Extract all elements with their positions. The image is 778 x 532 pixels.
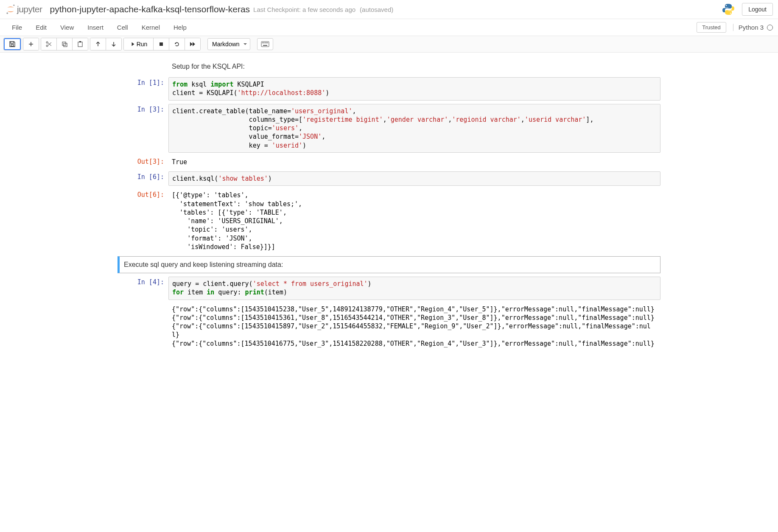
- save-icon: [9, 41, 16, 48]
- output-text: [{'@type': 'tables', 'statementText': 's…: [168, 189, 660, 253]
- code-cell[interactable]: In [4]: query = client.query('select * f…: [118, 277, 660, 300]
- autosaved-text: (autosaved): [360, 6, 393, 13]
- code-input[interactable]: from ksql import KSQLAPI client = KSQLAP…: [168, 77, 660, 101]
- run-icon: [130, 41, 135, 48]
- trusted-button[interactable]: Trusted: [697, 22, 726, 33]
- output-cell: {"row":{"columns":[1543510415238,"User_5…: [118, 303, 660, 350]
- restart-icon: [174, 41, 180, 48]
- code-input[interactable]: client.create_table(table_name='users_or…: [168, 104, 660, 153]
- menu-file[interactable]: File: [5, 20, 29, 34]
- svg-point-0: [13, 5, 14, 6]
- command-palette-button[interactable]: [257, 38, 273, 50]
- menu-view[interactable]: View: [53, 20, 81, 34]
- code-cell[interactable]: In [3]: client.create_table(table_name='…: [118, 104, 660, 153]
- svg-rect-10: [160, 42, 163, 46]
- code-cell[interactable]: In [1]: from ksql import KSQLAPI client …: [118, 77, 660, 101]
- notebook-title[interactable]: python-jupyter-apache-kafka-ksql-tensorf…: [50, 4, 250, 14]
- out-prompt: Out[3]:: [118, 156, 168, 168]
- svg-rect-12: [262, 42, 263, 43]
- in-prompt: In [4]:: [118, 277, 168, 300]
- stop-icon: [158, 41, 165, 48]
- markdown-text: Execute sql query and keep listening str…: [124, 261, 656, 269]
- jupyter-icon: [5, 4, 16, 15]
- save-button[interactable]: [4, 38, 21, 50]
- svg-rect-14: [265, 42, 266, 43]
- markdown-text: Setup for the KSQL API:: [168, 59, 248, 74]
- menu-help[interactable]: Help: [167, 20, 193, 34]
- svg-rect-13: [263, 42, 264, 43]
- menu-edit[interactable]: Edit: [29, 20, 53, 34]
- in-prompt: In [3]:: [118, 104, 168, 153]
- logo-text: jupyter: [17, 4, 42, 14]
- code-input[interactable]: client.ksql('show tables'): [168, 171, 660, 186]
- svg-rect-6: [62, 42, 66, 45]
- svg-rect-16: [267, 42, 268, 43]
- checkpoint-text: Last Checkpoint: a few seconds ago: [253, 6, 355, 13]
- plus-icon: [28, 41, 34, 48]
- move-up-button[interactable]: [90, 38, 106, 50]
- jupyter-logo[interactable]: jupyter: [5, 4, 42, 15]
- code-input[interactable]: query = client.query('select * from user…: [168, 277, 660, 300]
- menu-insert[interactable]: Insert: [81, 20, 110, 34]
- svg-rect-9: [79, 41, 81, 42]
- svg-point-4: [46, 45, 48, 47]
- svg-rect-17: [263, 45, 267, 46]
- kernel-indicator: Python 3: [733, 24, 773, 31]
- code-cell[interactable]: In [6]: client.ksql('show tables'): [118, 171, 660, 186]
- notebook-container: Setup for the KSQL API: In [1]: from ksq…: [109, 53, 669, 370]
- svg-point-5: [46, 42, 48, 43]
- copy-icon: [61, 41, 68, 48]
- cell-type-select[interactable]: Markdown: [207, 38, 250, 50]
- kernel-name: Python 3: [739, 24, 764, 31]
- header: jupyter python-jupyter-apache-kafka-ksql…: [0, 0, 778, 19]
- paste-button[interactable]: [73, 38, 88, 50]
- output-cell: Out[3]: True: [118, 156, 660, 168]
- output-text: True: [168, 156, 660, 168]
- svg-rect-7: [64, 43, 67, 47]
- run-label: Run: [137, 41, 148, 48]
- in-prompt: In [6]:: [118, 171, 168, 186]
- interrupt-button[interactable]: [154, 38, 169, 50]
- kernel-status-icon: [767, 25, 773, 31]
- out-prompt: Out[6]:: [118, 189, 168, 253]
- arrow-down-icon: [110, 41, 117, 48]
- markdown-cell-selected[interactable]: Execute sql query and keep listening str…: [118, 256, 660, 273]
- menubar: File Edit View Insert Cell Kernel Help T…: [0, 19, 778, 36]
- output-text: {"row":{"columns":[1543510415238,"User_5…: [168, 303, 660, 350]
- svg-point-1: [6, 12, 8, 14]
- menu-cell[interactable]: Cell: [110, 20, 135, 34]
- scissors-icon: [45, 41, 52, 48]
- cut-button[interactable]: [41, 38, 57, 50]
- add-cell-button[interactable]: [23, 38, 39, 50]
- logout-button[interactable]: Logout: [742, 3, 773, 16]
- arrow-up-icon: [95, 41, 101, 48]
- svg-rect-11: [261, 42, 269, 47]
- svg-point-3: [730, 13, 731, 14]
- python-icon: [722, 3, 735, 16]
- markdown-cell[interactable]: Setup for the KSQL API:: [118, 59, 660, 74]
- svg-point-2: [726, 5, 727, 6]
- keyboard-icon: [261, 41, 269, 47]
- fast-forward-icon: [189, 41, 196, 48]
- paste-icon: [77, 41, 84, 48]
- toolbar: Run Markdown: [0, 36, 778, 53]
- in-prompt: In [1]:: [118, 77, 168, 101]
- move-down-button[interactable]: [106, 38, 121, 50]
- menu-kernel[interactable]: Kernel: [135, 20, 167, 34]
- copy-button[interactable]: [57, 38, 73, 50]
- svg-rect-8: [78, 42, 82, 47]
- run-button[interactable]: Run: [124, 38, 154, 50]
- svg-rect-15: [266, 42, 267, 43]
- output-cell: Out[6]: [{'@type': 'tables', 'statementT…: [118, 189, 660, 253]
- restart-button[interactable]: [169, 38, 185, 50]
- restart-run-all-button[interactable]: [185, 38, 200, 50]
